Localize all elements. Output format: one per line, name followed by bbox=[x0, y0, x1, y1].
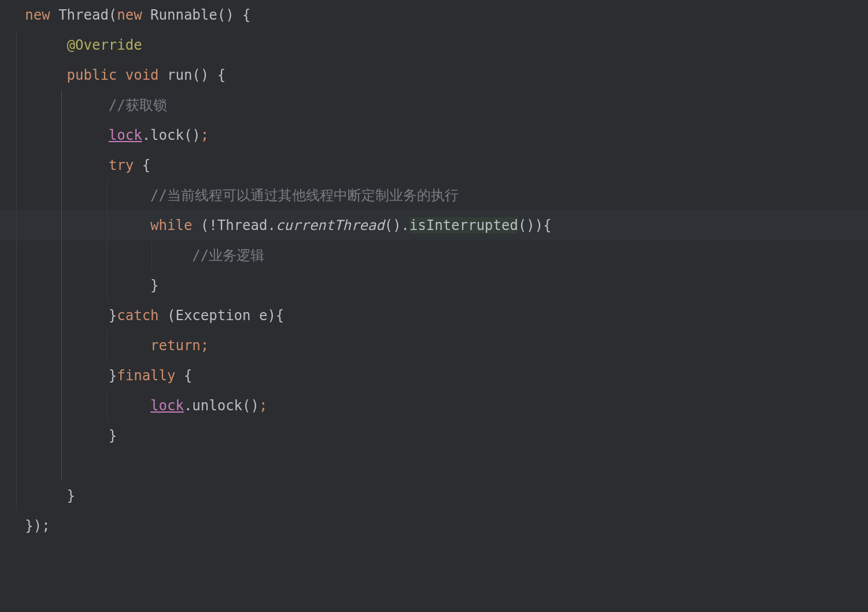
code-line[interactable]: //当前线程可以通过其他线程中断定制业务的执行 bbox=[0, 180, 868, 210]
keyword-new: new bbox=[25, 7, 50, 23]
brace-close: } bbox=[109, 428, 117, 444]
paren-dot: (). bbox=[385, 217, 409, 233]
comment: //业务逻辑 bbox=[192, 247, 264, 264]
method-unlock: unlock() bbox=[192, 398, 259, 414]
code-line[interactable]: } bbox=[0, 421, 868, 451]
code-line[interactable]: public void run() { bbox=[0, 60, 868, 90]
annotation-override: @Override bbox=[67, 37, 142, 53]
method-currentthread: currentThread bbox=[276, 217, 385, 233]
field-lock: lock bbox=[109, 127, 142, 143]
brace-close: } bbox=[67, 488, 75, 504]
code-line[interactable]: }); bbox=[0, 511, 868, 541]
comment: //当前线程可以通过其他线程中断定制业务的执行 bbox=[150, 187, 459, 203]
brace: { bbox=[134, 157, 150, 173]
code-line[interactable]: //获取锁 bbox=[0, 90, 868, 120]
brace-paren-close: }); bbox=[25, 518, 50, 534]
code-line[interactable]: try { bbox=[0, 150, 868, 180]
code-line[interactable]: }finally { bbox=[0, 361, 868, 391]
keyword-while: while bbox=[150, 217, 192, 233]
brace-close: } bbox=[109, 307, 117, 324]
semicolon: ; bbox=[259, 398, 267, 414]
keyword-public: public bbox=[67, 67, 117, 83]
code-line[interactable]: lock.lock(); bbox=[0, 120, 868, 150]
code-line[interactable]: return; bbox=[0, 331, 868, 361]
semicolon: ; bbox=[201, 337, 209, 354]
keyword-new: new bbox=[117, 7, 142, 23]
paren-close: ()){ bbox=[518, 217, 552, 233]
keyword-finally: finally bbox=[117, 368, 175, 384]
class-thread: Thread( bbox=[50, 7, 117, 23]
code-line-current[interactable]: while (!Thread.currentThread().isInterru… bbox=[0, 210, 868, 240]
method-isinterrupted: isInterrupted bbox=[409, 217, 518, 233]
class-runnable: Runnable() { bbox=[142, 7, 251, 23]
code-line[interactable]: lock.unlock(); bbox=[0, 391, 868, 421]
field-lock: lock bbox=[150, 398, 184, 414]
code-line[interactable]: //业务逻辑 bbox=[0, 240, 868, 270]
keyword-catch: catch bbox=[117, 307, 158, 324]
code-line[interactable]: }catch (Exception e){ bbox=[0, 301, 868, 331]
code-line[interactable]: new Thread(new Runnable() { bbox=[0, 0, 868, 30]
method-run: run bbox=[159, 67, 193, 83]
comment: //获取锁 bbox=[109, 97, 167, 113]
dot: . bbox=[142, 127, 150, 143]
code-editor[interactable]: new Thread(new Runnable() { @Override pu… bbox=[0, 0, 868, 541]
dot: . bbox=[184, 398, 192, 414]
semicolon: ; bbox=[201, 127, 209, 143]
code-line[interactable]: } bbox=[0, 270, 868, 301]
code-line[interactable] bbox=[0, 451, 868, 481]
exception-param: (Exception e){ bbox=[159, 307, 285, 324]
keyword-return: return bbox=[150, 337, 201, 354]
paren-open: (!Thread. bbox=[192, 217, 276, 233]
parentheses: () { bbox=[192, 67, 226, 83]
keyword-void: void bbox=[117, 67, 158, 83]
brace-close: } bbox=[150, 277, 158, 294]
method-lock: lock() bbox=[150, 127, 201, 143]
code-line[interactable]: @Override bbox=[0, 30, 868, 60]
brace-close: } bbox=[109, 368, 117, 384]
keyword-try: try bbox=[109, 157, 134, 173]
code-line[interactable]: } bbox=[0, 481, 868, 511]
brace-open: { bbox=[175, 368, 192, 384]
